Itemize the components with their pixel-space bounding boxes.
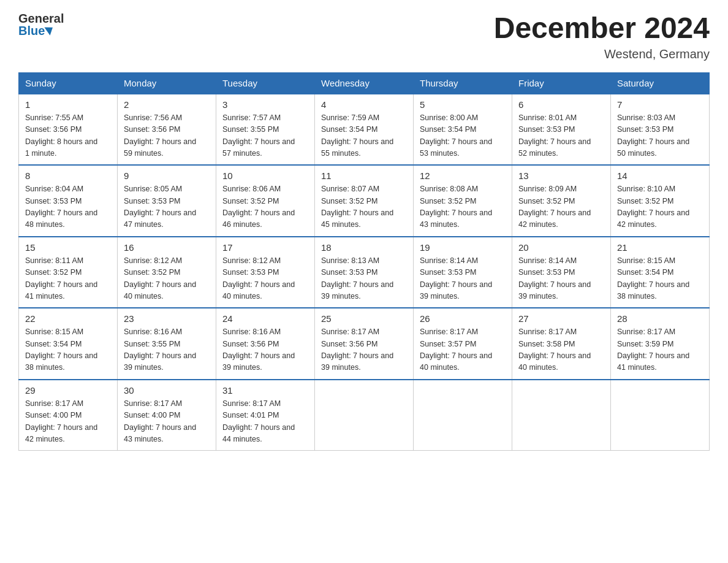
calendar-cell [611, 380, 710, 451]
calendar-cell: 15 Sunrise: 8:11 AMSunset: 3:52 PMDaylig… [19, 237, 118, 308]
day-info: Sunrise: 8:12 AMSunset: 3:53 PMDaylight:… [222, 256, 295, 301]
day-info: Sunrise: 7:59 AMSunset: 3:54 PMDaylight:… [321, 113, 393, 158]
day-number: 12 [420, 170, 506, 181]
calendar-cell [512, 380, 611, 451]
day-of-week-header: Saturday [611, 72, 710, 94]
day-of-week-header: Thursday [414, 72, 512, 94]
day-number: 28 [617, 313, 703, 324]
month-title: December 2024 [494, 12, 710, 45]
calendar-header-row: SundayMondayTuesdayWednesdayThursdayFrid… [19, 72, 710, 94]
day-number: 27 [518, 313, 604, 324]
calendar-week-row: 22 Sunrise: 8:15 AMSunset: 3:54 PMDaylig… [19, 308, 710, 380]
day-number: 2 [124, 99, 210, 110]
day-info: Sunrise: 8:05 AMSunset: 3:53 PMDaylight:… [124, 185, 196, 229]
day-info: Sunrise: 8:04 AMSunset: 3:53 PMDaylight:… [25, 185, 97, 229]
day-info: Sunrise: 8:03 AMSunset: 3:53 PMDaylight:… [617, 113, 689, 158]
calendar-table: SundayMondayTuesdayWednesdayThursdayFrid… [18, 72, 710, 451]
calendar-cell: 17 Sunrise: 8:12 AMSunset: 3:53 PMDaylig… [216, 237, 315, 308]
day-number: 7 [617, 99, 703, 110]
calendar-cell: 19 Sunrise: 8:14 AMSunset: 3:53 PMDaylig… [414, 237, 512, 308]
day-number: 16 [124, 242, 210, 253]
calendar-cell: 11 Sunrise: 8:07 AMSunset: 3:52 PMDaylig… [315, 165, 414, 237]
day-number: 15 [25, 242, 111, 253]
logo-blue-text: Blue [18, 25, 45, 37]
calendar-cell: 3 Sunrise: 7:57 AMSunset: 3:55 PMDayligh… [216, 94, 315, 166]
day-number: 21 [617, 242, 703, 253]
calendar-cell: 31 Sunrise: 8:17 AMSunset: 4:01 PMDaylig… [216, 380, 315, 451]
day-number: 26 [420, 313, 506, 324]
day-info: Sunrise: 8:12 AMSunset: 3:52 PMDaylight:… [124, 256, 196, 301]
calendar-cell: 27 Sunrise: 8:17 AMSunset: 3:58 PMDaylig… [512, 308, 611, 380]
calendar-cell: 5 Sunrise: 8:00 AMSunset: 3:54 PMDayligh… [414, 94, 512, 166]
day-number: 24 [222, 313, 308, 324]
calendar-cell: 24 Sunrise: 8:16 AMSunset: 3:56 PMDaylig… [216, 308, 315, 380]
logo: General Blue [18, 12, 64, 37]
location-title: Westend, Germany [494, 47, 710, 61]
day-info: Sunrise: 8:15 AMSunset: 3:54 PMDaylight:… [617, 256, 689, 301]
day-info: Sunrise: 7:55 AMSunset: 3:56 PMDaylight:… [25, 113, 97, 158]
logo-general-text: General [18, 12, 64, 25]
calendar-cell: 28 Sunrise: 8:17 AMSunset: 3:59 PMDaylig… [611, 308, 710, 380]
calendar-cell: 8 Sunrise: 8:04 AMSunset: 3:53 PMDayligh… [19, 165, 118, 237]
day-number: 5 [420, 99, 506, 110]
calendar-cell [315, 380, 414, 451]
day-info: Sunrise: 8:17 AMSunset: 3:58 PMDaylight:… [518, 327, 591, 372]
day-of-week-header: Wednesday [315, 72, 414, 94]
day-info: Sunrise: 7:57 AMSunset: 3:55 PMDaylight:… [222, 113, 295, 158]
day-info: Sunrise: 8:16 AMSunset: 3:55 PMDaylight:… [124, 327, 196, 372]
day-number: 29 [25, 385, 111, 396]
day-info: Sunrise: 8:00 AMSunset: 3:54 PMDaylight:… [420, 113, 492, 158]
title-area: December 2024 Westend, Germany [494, 12, 710, 61]
calendar-cell [414, 380, 512, 451]
calendar-cell: 23 Sunrise: 8:16 AMSunset: 3:55 PMDaylig… [118, 308, 216, 380]
calendar-cell: 18 Sunrise: 8:13 AMSunset: 3:53 PMDaylig… [315, 237, 414, 308]
day-number: 31 [222, 385, 308, 396]
calendar-week-row: 15 Sunrise: 8:11 AMSunset: 3:52 PMDaylig… [19, 237, 710, 308]
day-number: 20 [518, 242, 604, 253]
day-info: Sunrise: 8:17 AMSunset: 3:59 PMDaylight:… [617, 327, 689, 372]
day-info: Sunrise: 8:09 AMSunset: 3:52 PMDaylight:… [518, 185, 591, 229]
calendar-cell: 14 Sunrise: 8:10 AMSunset: 3:52 PMDaylig… [611, 165, 710, 237]
calendar-cell: 4 Sunrise: 7:59 AMSunset: 3:54 PMDayligh… [315, 94, 414, 166]
day-info: Sunrise: 8:15 AMSunset: 3:54 PMDaylight:… [25, 327, 97, 372]
day-number: 22 [25, 313, 111, 324]
calendar-cell: 10 Sunrise: 8:06 AMSunset: 3:52 PMDaylig… [216, 165, 315, 237]
day-number: 14 [617, 170, 703, 181]
day-info: Sunrise: 8:17 AMSunset: 3:56 PMDaylight:… [321, 327, 393, 372]
calendar-cell: 29 Sunrise: 8:17 AMSunset: 4:00 PMDaylig… [19, 380, 118, 451]
day-of-week-header: Sunday [19, 72, 118, 94]
day-info: Sunrise: 8:01 AMSunset: 3:53 PMDaylight:… [518, 113, 591, 158]
day-info: Sunrise: 8:17 AMSunset: 3:57 PMDaylight:… [420, 327, 492, 372]
calendar-cell: 9 Sunrise: 8:05 AMSunset: 3:53 PMDayligh… [118, 165, 216, 237]
calendar-week-row: 29 Sunrise: 8:17 AMSunset: 4:00 PMDaylig… [19, 380, 710, 451]
day-number: 18 [321, 242, 407, 253]
day-info: Sunrise: 8:17 AMSunset: 4:01 PMDaylight:… [222, 399, 295, 443]
day-number: 1 [25, 99, 111, 110]
day-number: 3 [222, 99, 308, 110]
calendar-cell: 20 Sunrise: 8:14 AMSunset: 3:53 PMDaylig… [512, 237, 611, 308]
day-number: 19 [420, 242, 506, 253]
day-info: Sunrise: 8:10 AMSunset: 3:52 PMDaylight:… [617, 185, 689, 229]
day-number: 23 [124, 313, 210, 324]
day-number: 4 [321, 99, 407, 110]
calendar-cell: 6 Sunrise: 8:01 AMSunset: 3:53 PMDayligh… [512, 94, 611, 166]
day-of-week-header: Friday [512, 72, 611, 94]
day-number: 8 [25, 170, 111, 181]
calendar-cell: 1 Sunrise: 7:55 AMSunset: 3:56 PMDayligh… [19, 94, 118, 166]
day-info: Sunrise: 8:14 AMSunset: 3:53 PMDaylight:… [518, 256, 591, 301]
day-info: Sunrise: 8:17 AMSunset: 4:00 PMDaylight:… [124, 399, 196, 443]
calendar-cell: 26 Sunrise: 8:17 AMSunset: 3:57 PMDaylig… [414, 308, 512, 380]
day-number: 25 [321, 313, 407, 324]
page-header: General Blue December 2024 Westend, Germ… [18, 12, 710, 61]
calendar-week-row: 8 Sunrise: 8:04 AMSunset: 3:53 PMDayligh… [19, 165, 710, 237]
day-of-week-header: Tuesday [216, 72, 315, 94]
calendar-cell: 2 Sunrise: 7:56 AMSunset: 3:56 PMDayligh… [118, 94, 216, 166]
day-of-week-header: Monday [118, 72, 216, 94]
calendar-cell: 12 Sunrise: 8:08 AMSunset: 3:52 PMDaylig… [414, 165, 512, 237]
day-info: Sunrise: 8:11 AMSunset: 3:52 PMDaylight:… [25, 256, 97, 301]
calendar-cell: 22 Sunrise: 8:15 AMSunset: 3:54 PMDaylig… [19, 308, 118, 380]
day-info: Sunrise: 8:14 AMSunset: 3:53 PMDaylight:… [420, 256, 492, 301]
logo-arrow-icon [45, 23, 56, 35]
day-number: 17 [222, 242, 308, 253]
calendar-cell: 30 Sunrise: 8:17 AMSunset: 4:00 PMDaylig… [118, 380, 216, 451]
